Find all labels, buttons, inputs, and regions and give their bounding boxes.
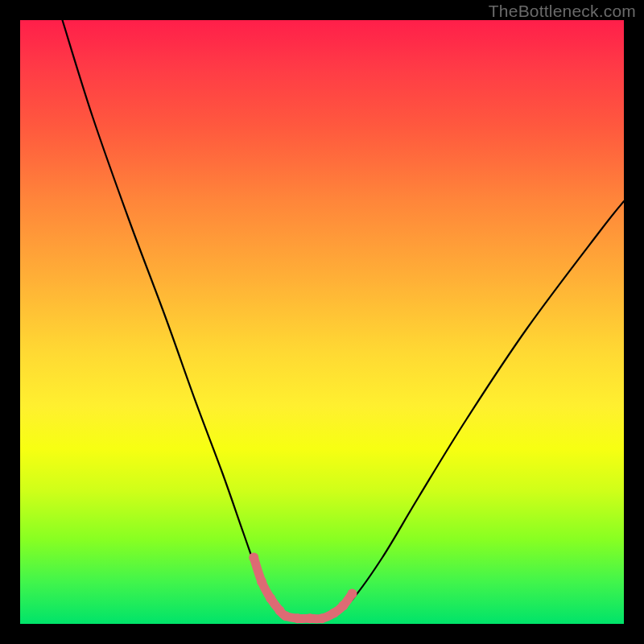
watermark-label: TheBottleneck.com <box>489 2 636 21</box>
gradient-plot-area <box>20 20 624 624</box>
chart-frame: TheBottleneck.com <box>0 0 644 644</box>
